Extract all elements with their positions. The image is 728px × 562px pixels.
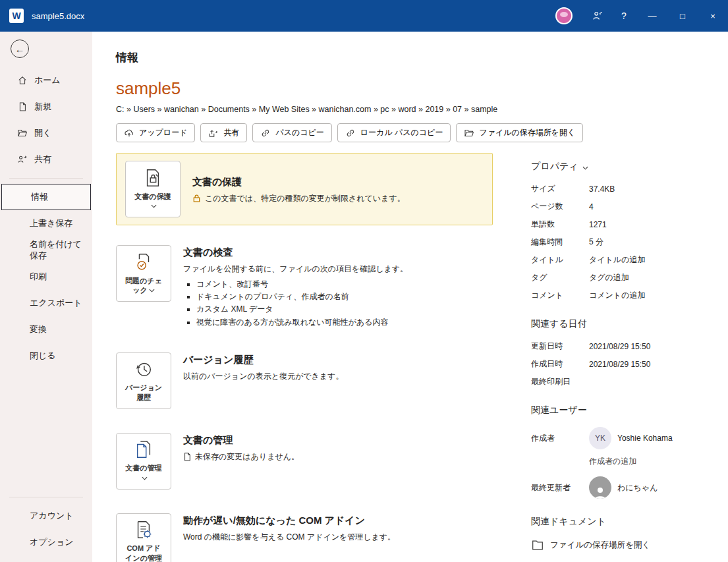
sidebar-item-new[interactable]: 新規	[0, 94, 92, 120]
word-backstage-window: W sample5.docx ? — □ × ← ホーム	[0, 0, 728, 562]
copy-local-path-icon	[345, 128, 356, 138]
chevron-down-icon	[151, 201, 157, 210]
manage-document-icon	[134, 439, 154, 459]
sidebar-item-label: 開く	[34, 128, 51, 139]
sidebar-item-close[interactable]: 閉じる	[0, 343, 92, 370]
sidebar-item-export[interactable]: エクスポート	[0, 291, 92, 317]
property-row: コメントコメントの追加	[531, 290, 717, 301]
check-for-issues-icon	[134, 252, 154, 272]
sign-person-icon[interactable]	[584, 0, 611, 32]
sidebar-item-info[interactable]: 情報	[1, 184, 91, 210]
open-file-location-button[interactable]: ファイルの保存場所を開く	[456, 123, 583, 142]
section-inspect-document: 問題のチェック 文書の検査 ファイルを公開する前に、ファイルの次の項目を確認しま…	[116, 245, 493, 329]
open-folder-icon	[17, 128, 28, 138]
add-comment-action[interactable]: コメントの追加	[589, 290, 645, 301]
properties-panel: プロパティ サイズ37.4KB ページ数4 単語数1271 編集時間5 分 タイ…	[531, 153, 717, 562]
sidebar-item-open[interactable]: 開く	[0, 120, 92, 146]
property-row: 単語数1271	[531, 219, 717, 230]
sidebar-item-label: 印刷	[30, 271, 47, 283]
section-description: ファイルを公開する前に、ファイルの次の項目を確認します。	[183, 263, 408, 275]
property-row: タイトルタイトルの追加	[531, 254, 717, 266]
maximize-button[interactable]: □	[667, 0, 698, 32]
account-avatar[interactable]	[555, 7, 573, 24]
tile-label: 文書の管理	[125, 464, 161, 472]
sidebar-item-label: オプション	[30, 537, 74, 548]
upload-button[interactable]: アップロード	[116, 123, 195, 142]
back-button[interactable]: ←	[11, 40, 29, 58]
minimize-button[interactable]: —	[637, 0, 667, 32]
manage-document-button[interactable]: 文書の管理	[116, 433, 171, 490]
chevron-down-icon	[142, 473, 148, 482]
add-tag-action[interactable]: タグの追加	[589, 272, 629, 283]
property-row: 更新日時2021/08/29 15:50	[531, 341, 717, 352]
open-file-location-link[interactable]: ファイルの保存場所を開く	[531, 538, 717, 551]
sidebar-item-transform[interactable]: 変換	[0, 317, 92, 343]
properties-heading[interactable]: プロパティ	[531, 161, 717, 173]
sidebar-item-label: 上書き保存	[30, 218, 72, 229]
chevron-down-icon	[149, 285, 155, 295]
author-person[interactable]: YK Yoshie Kohama	[589, 427, 673, 449]
last-modified-row: 最終更新者 わにちゃん	[531, 476, 717, 499]
sidebar-item-share[interactable]: 共有	[0, 146, 92, 173]
copy-path-icon	[260, 128, 271, 138]
heading-label: 関連ドキュメント	[531, 516, 606, 528]
last-modified-person[interactable]: わにちゃん	[589, 476, 658, 499]
sidebar-item-save[interactable]: 上書き保存	[0, 210, 92, 237]
new-document-icon	[17, 101, 28, 112]
version-history-button[interactable]: バージョン履歴	[116, 352, 171, 409]
related-documents-heading: 関連ドキュメント	[531, 516, 717, 528]
property-label: 作成者	[531, 433, 589, 444]
sidebar-item-label: 名前を付けて保存	[30, 239, 88, 262]
section-title: バージョン履歴	[183, 354, 493, 366]
list-item: 視覚に障害のある方が読み取れない可能性がある内容	[196, 316, 493, 329]
property-label: タイトル	[531, 254, 589, 266]
com-addins-button[interactable]: COM アドインの管理	[116, 513, 171, 562]
help-button[interactable]: ?	[611, 0, 637, 32]
heading-label: 関連ユーザー	[531, 405, 587, 416]
copy-local-path-button[interactable]: ローカル パスのコピー	[337, 123, 451, 142]
sidebar-item-label: ホーム	[34, 75, 61, 86]
property-value: 2021/08/29 15:50	[589, 360, 650, 369]
sidebar-item-account[interactable]: アカウント	[0, 503, 92, 529]
version-history-icon	[134, 359, 154, 379]
protect-document-button[interactable]: 文書の保護	[125, 161, 181, 217]
property-value: 4	[589, 202, 594, 211]
check-for-issues-button[interactable]: 問題のチェック	[116, 245, 171, 302]
property-row: 編集時間5 分	[531, 237, 717, 248]
property-label: 単語数	[531, 219, 589, 230]
property-row: タグタグの追加	[531, 272, 717, 283]
add-title-action[interactable]: タイトルの追加	[589, 254, 645, 266]
sidebar-item-label: 変換	[30, 324, 47, 335]
section-manage-document: 文書の管理 文書の管理 未保存の変更はありません。	[116, 433, 493, 490]
sidebar-item-label: エクスポート	[30, 298, 82, 309]
close-button[interactable]: ×	[698, 0, 728, 32]
sidebar-item-label: 情報	[31, 192, 48, 203]
document-title: sample5	[116, 78, 728, 99]
sidebar-item-save-as[interactable]: 名前を付けて保存	[0, 237, 92, 264]
avatar-initials: YK	[595, 434, 605, 443]
list-item: コメント、改訂番号	[196, 278, 493, 291]
sidebar-item-options[interactable]: オプション	[0, 529, 92, 555]
section-description: 以前のバージョンの表示と復元ができます。	[183, 370, 343, 382]
sidebar-item-label: 閉じる	[30, 351, 56, 362]
sidebar-item-label: アカウント	[30, 511, 74, 522]
add-author-action[interactable]: 作成者の追加	[589, 456, 717, 467]
heading-label: 関連する日付	[531, 318, 587, 330]
property-label: 更新日時	[531, 341, 589, 352]
sidebar-divider	[9, 178, 83, 179]
titlebar: W sample5.docx ? — □ ×	[0, 0, 728, 32]
list-item: カスタム XML データ	[196, 303, 493, 316]
button-label: ローカル パスのコピー	[360, 127, 443, 138]
sidebar-item-home[interactable]: ホーム	[0, 67, 92, 94]
section-title: 文書の管理	[183, 434, 493, 447]
section-com-addins: COM アドインの管理 動作が遅い/無効になった COM アドイン Word の…	[116, 513, 493, 562]
share-button[interactable]: 共有	[200, 123, 247, 142]
home-icon	[17, 75, 28, 86]
section-description: 未保存の変更はありません。	[195, 451, 299, 463]
copy-path-button[interactable]: パスのコピー	[252, 123, 331, 142]
property-row: 作成日時2021/08/29 15:50	[531, 358, 717, 370]
section-version-history: バージョン履歴 バージョン履歴 以前のバージョンの表示と復元ができます。	[116, 352, 493, 409]
sidebar-item-print[interactable]: 印刷	[0, 264, 92, 291]
property-label: タグ	[531, 272, 589, 283]
property-value: 1271	[589, 220, 607, 229]
